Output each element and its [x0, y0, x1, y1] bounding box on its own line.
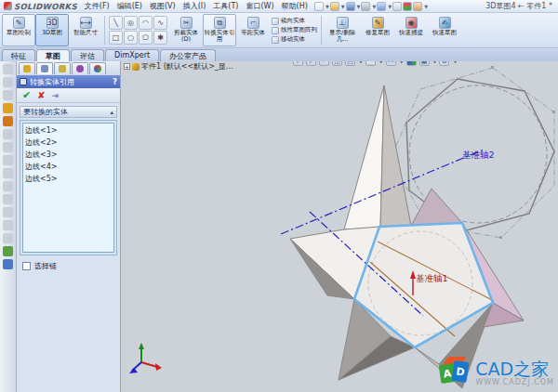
convert-entities-button[interactable]: ⧉ 转换实体引用 — [203, 14, 236, 46]
print-icon[interactable] — [361, 2, 370, 11]
menu-file[interactable]: 文件(F) — [81, 1, 113, 11]
entity-list-item[interactable]: 边线<2> — [25, 137, 112, 149]
propertymanager-title: 转换实体引用 — [30, 77, 74, 87]
trim-entities-icon: ✂ — [180, 17, 193, 29]
entity-list-item[interactable]: 边线<1> — [25, 124, 112, 137]
undo-icon[interactable] — [377, 2, 386, 11]
axis1-label: 基准轴1 — [416, 273, 448, 283]
model-viewport[interactable]: 基准轴2 基准轴1 — [121, 61, 558, 392]
offset-entities-button[interactable]: ⌐ 等距实体 — [236, 14, 270, 46]
tab-evaluate[interactable]: 评估 — [71, 49, 104, 61]
entity-list-item[interactable]: 边线<5> — [25, 173, 112, 185]
open-icon[interactable] — [330, 2, 339, 11]
watermark-site-name: CAD之家 — [475, 360, 554, 378]
axis2-label: 基准轴2 — [462, 150, 495, 160]
ellipse-tool-icon[interactable]: ○ — [124, 31, 138, 45]
tab-office-products[interactable]: 办公室产品 — [160, 49, 216, 61]
button-label: 智能尺寸 — [73, 30, 98, 36]
button-label: 镜向实体 — [281, 17, 305, 25]
tab-features[interactable]: 特征 — [2, 49, 35, 61]
new-document-icon[interactable] — [314, 2, 324, 11]
point-tool-icon[interactable]: ✱ — [153, 31, 167, 45]
propertymanager-title-bar: 转换实体引用 ? — [17, 75, 120, 88]
menu-tools[interactable]: 工具(T) — [209, 1, 242, 11]
sketch-tool-icon[interactable] — [3, 155, 13, 165]
configurationmanager-tab[interactable] — [54, 62, 71, 74]
linear-pattern-button[interactable]: 线性草图阵列 — [272, 26, 317, 34]
cadzj-logo-cube-icon: A D — [439, 357, 471, 390]
smart-dimension-icon: ⟷ — [80, 17, 92, 29]
menu-window[interactable]: 窗口(W) — [242, 1, 277, 11]
select-chain-checkbox[interactable] — [22, 262, 31, 270]
coordinate-triad — [129, 343, 162, 373]
sketch-button[interactable]: ✎ 草图绘制 — [2, 14, 35, 46]
rectangle-tool-icon[interactable]: □ — [109, 31, 123, 45]
dimxpertmanager-tab[interactable] — [72, 62, 88, 74]
solidworks-window: SOLIDWORKS 文件(F) 编辑(E) 视图(V) 插入(I) 工具(T)… — [0, 0, 558, 392]
sketch-tool-icon[interactable] — [3, 168, 13, 178]
display-delete-relations-button[interactable]: ⊥ 显示/删除几... — [324, 14, 361, 46]
button-label: 草图绘制 — [7, 30, 31, 36]
arc-tool-icon[interactable]: ◠ — [139, 16, 153, 30]
sketch-tool-icon[interactable] — [3, 181, 13, 191]
rebuild-icon[interactable] — [403, 2, 412, 11]
mirror-entities-button[interactable]: 镜向实体 — [272, 17, 317, 25]
menu-help[interactable]: 帮助(H) — [278, 1, 312, 11]
sketch-tool-icon[interactable] — [3, 220, 13, 230]
bell-tool-icon[interactable] — [3, 103, 13, 113]
move-entities-button[interactable]: 移动实体 — [272, 35, 317, 44]
select-arrow-icon[interactable] — [392, 2, 402, 11]
entity-list-item[interactable]: 边线<4> — [25, 161, 112, 173]
repair-sketch-button[interactable]: ✎ 修复草图 — [361, 14, 394, 46]
select-chain-label: 选择链 — [34, 261, 57, 271]
entities-section-header[interactable]: 要转换的实体 ▴ — [20, 106, 117, 118]
pushpin-icon[interactable]: ⇥ — [52, 91, 60, 100]
appearance-pie-icon — [94, 65, 101, 72]
configuration-icon — [59, 65, 66, 72]
sketch-tool-icon[interactable] — [3, 142, 13, 152]
menu-insert[interactable]: 插入(I) — [179, 1, 210, 11]
circle-tool-icon[interactable]: ◎ — [124, 16, 138, 30]
sketch-pencil-icon[interactable] — [3, 246, 13, 256]
display-relations-icon: ⊥ — [337, 17, 349, 29]
tab-dimxpert[interactable]: DimXpert — [105, 49, 159, 61]
propertymanager-tab[interactable] — [36, 62, 53, 74]
3d-sketch-button[interactable]: 3D 3D草图 — [35, 14, 69, 46]
button-label: 修复草图 — [365, 30, 390, 36]
curve-tool-icon[interactable] — [3, 259, 13, 269]
help-button[interactable]: ? — [113, 78, 117, 86]
menu-view[interactable]: 视图(V) — [146, 1, 179, 11]
entities-listbox[interactable]: 边线<1> 边线<2> 边线<3> 边线<4> 边线<5> — [22, 123, 114, 253]
trim-entities-button[interactable]: ✂ 剪裁实体(D) — [169, 14, 203, 46]
menu-bar: SOLIDWORKS 文件(F) 编辑(E) 视图(V) 插入(I) 工具(T)… — [0, 0, 558, 13]
spline-tool-icon[interactable]: ∿ — [153, 16, 167, 30]
featuremanager-tab[interactable] — [19, 62, 35, 74]
sketch-tool-icon[interactable] — [3, 207, 13, 217]
menu-edit[interactable]: 编辑(E) — [113, 1, 146, 11]
displaymanager-tab[interactable] — [89, 62, 106, 74]
sketch-tool-icon[interactable] — [3, 77, 13, 87]
tab-sketch[interactable]: 草图 — [36, 49, 70, 61]
collapse-arrow-icon[interactable]: ▴ — [110, 109, 113, 116]
entity-list-item[interactable]: 边线<3> — [25, 149, 112, 161]
line-tool-icon[interactable]: ╲ — [109, 16, 123, 30]
sketch-tool-icon[interactable] — [3, 90, 13, 100]
solidworks-logo-icon — [4, 2, 12, 10]
sketch-tool-icon[interactable] — [3, 194, 13, 204]
sketch-tool-icon[interactable] — [3, 64, 13, 74]
sketch-tool-icon[interactable] — [3, 233, 13, 243]
rapid-sketch-button[interactable]: ✍ 快速草图 — [428, 14, 461, 46]
polygon-tool-icon[interactable]: ⬠ — [139, 31, 153, 45]
ok-button[interactable]: ✔ — [22, 89, 31, 101]
save-icon[interactable] — [346, 2, 355, 11]
toolbar-separator — [104, 16, 105, 45]
options-icon[interactable] — [413, 2, 422, 11]
graphics-area[interactable]: + 零件1 (默认<<默认>_显... ⌕ ⌕ ↶ ◫ ⬒▼ ⬜▼ 👓▼ ▦▼ … — [121, 61, 558, 392]
smart-dimension-button[interactable]: ⟷ 智能尺寸 — [69, 14, 102, 46]
cancel-button[interactable]: ✘ — [37, 90, 45, 100]
diamond-tool-icon[interactable] — [3, 116, 13, 126]
sketch-tool-icon[interactable] — [3, 129, 13, 139]
app-name: SOLIDWORKS — [14, 2, 77, 11]
sketch-icon: ✎ — [13, 17, 25, 29]
quick-snaps-button[interactable]: ◉ 快速捕捉 — [394, 14, 428, 46]
